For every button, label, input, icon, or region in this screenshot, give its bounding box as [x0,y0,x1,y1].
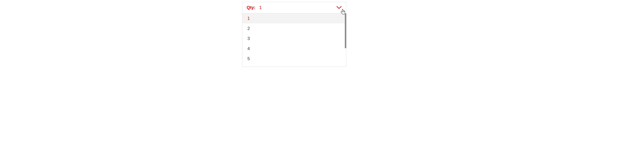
quantity-option[interactable]: 6 [242,64,346,67]
quantity-option[interactable]: 5 [242,54,346,64]
quantity-selected-value: 1 [259,5,262,10]
quantity-dropdown: Qty: 1 1 2 3 4 5 6 7 [242,2,346,67]
quantity-option[interactable]: 2 [242,23,346,34]
chevron-down-icon [336,6,342,9]
scrollbar-thumb[interactable] [345,13,346,48]
scrollbar-track [345,13,346,66]
quantity-dropdown-panel: 1 2 3 4 5 6 7 [242,13,346,67]
quantity-label: Qty: [247,5,255,10]
quantity-option-list: 1 2 3 4 5 6 7 [242,13,346,66]
quantity-option[interactable]: 1 [242,13,346,23]
quantity-option[interactable]: 4 [242,44,346,54]
quantity-option[interactable]: 3 [242,34,346,44]
quantity-selector-button[interactable]: Qty: 1 [242,2,346,13]
